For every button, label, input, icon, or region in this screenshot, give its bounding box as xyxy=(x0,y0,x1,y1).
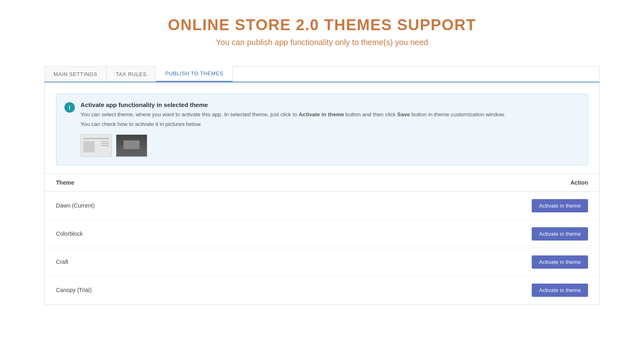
info-title: Activate app functionality in selected t… xyxy=(80,101,505,108)
info-content: Activate app functionality in selected t… xyxy=(80,101,505,157)
activate-theme-button[interactable]: Activate in theme xyxy=(532,255,588,269)
activate-theme-button[interactable]: Activate in theme xyxy=(532,199,588,212)
page-subtitle: You can publish app functionality only t… xyxy=(44,38,600,47)
col-action-header: Action xyxy=(287,173,599,191)
info-icon: ! xyxy=(64,102,75,113)
action-cell: Activate in theme xyxy=(287,220,599,248)
col-theme-header: Theme xyxy=(45,173,287,191)
info-line2: You can check how to activate it in pict… xyxy=(80,120,505,128)
activate-theme-button[interactable]: Activate in theme xyxy=(532,284,588,297)
action-cell: Activate in theme xyxy=(287,191,599,220)
table-row: Canopy (Trial)Activate in theme xyxy=(45,276,599,304)
page-title: ONLINE STORE 2.0 THEMES SUPPORT xyxy=(44,16,600,34)
action-cell: Activate in theme xyxy=(287,248,599,276)
table-row: Dawn (Current)Activate in theme xyxy=(45,191,599,220)
theme-name: Craft xyxy=(45,248,287,276)
table-row: ColorblockActivate in theme xyxy=(45,220,599,248)
tab-tax-rules[interactable]: TAX RULES xyxy=(107,67,156,82)
image-previews xyxy=(80,134,505,157)
info-line1: You can select theme, where you want to … xyxy=(80,111,505,119)
preview-image-2 xyxy=(116,134,147,157)
theme-name: Dawn (Current) xyxy=(45,191,287,220)
preview-image-1 xyxy=(80,134,112,157)
main-content: ! Activate app functionality in selected… xyxy=(44,82,600,304)
theme-name: Colorblock xyxy=(45,220,287,248)
tab-publish-to-themes[interactable]: PUBLISH TO THEMES xyxy=(156,66,232,82)
action-cell: Activate in theme xyxy=(287,276,599,304)
table-row: CraftActivate in theme xyxy=(45,248,599,276)
themes-table: Theme Action Dawn (Current)Activate in t… xyxy=(45,173,599,304)
tab-main-settings[interactable]: MAIN SETTINGS xyxy=(45,67,107,82)
activate-theme-button[interactable]: Activate in theme xyxy=(532,227,588,241)
theme-name: Canopy (Trial) xyxy=(45,276,287,304)
info-box: ! Activate app functionality in selected… xyxy=(56,94,588,165)
tabs-bar: MAIN SETTINGS TAX RULES PUBLISH TO THEME… xyxy=(44,66,600,82)
